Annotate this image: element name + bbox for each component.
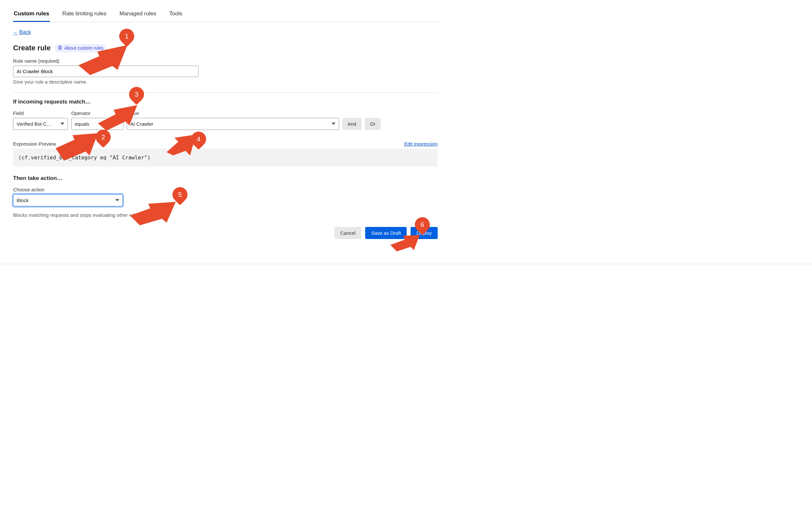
chevron-down-icon — [115, 198, 119, 203]
save-draft-button[interactable]: Save as Draft — [365, 227, 407, 239]
edit-expression-link[interactable]: Edit expression — [404, 141, 438, 147]
page-title: Create rule — [13, 44, 51, 52]
rule-name-input[interactable] — [13, 66, 199, 77]
tab-tools[interactable]: Tools — [169, 8, 183, 22]
and-button[interactable]: And — [342, 118, 361, 130]
back-link[interactable]: ← Back — [13, 29, 31, 35]
rule-name-label: Rule name (required) — [13, 58, 438, 64]
action-select[interactable]: Block — [13, 194, 123, 206]
about-custom-rules-badge[interactable]: About custom rules — [55, 44, 107, 52]
book-icon — [58, 46, 62, 51]
arrow-left-icon: ← — [13, 30, 18, 35]
divider — [13, 92, 438, 93]
tab-custom-rules[interactable]: Custom rules — [13, 8, 50, 22]
tab-rate-limiting[interactable]: Rate limiting rules — [62, 8, 107, 22]
action-heading: Then take action… — [13, 175, 438, 182]
choose-action-label: Choose action — [13, 187, 438, 192]
about-badge-label: About custom rules — [64, 46, 104, 51]
chevron-down-icon — [116, 121, 120, 127]
tab-bar: Custom rules Rate limiting rules Managed… — [13, 8, 438, 22]
field-select-value: Verified Bot C… — [17, 121, 52, 127]
or-button[interactable]: Or — [365, 118, 381, 130]
expression-preview-code: (cf.verified_bot_category eq "AI Crawler… — [13, 149, 438, 167]
value-select[interactable]: AI Crawler — [127, 118, 339, 130]
page-bottom-divider — [0, 264, 812, 264]
tab-managed-rules[interactable]: Managed rules — [119, 8, 157, 22]
field-select[interactable]: Verified Bot C… — [13, 118, 68, 130]
action-hint: Blocks matching requests and stops evalu… — [13, 212, 438, 218]
cancel-button[interactable]: Cancel — [335, 227, 361, 239]
match-heading: If incoming requests match… — [13, 99, 438, 105]
operator-select[interactable]: equals — [71, 118, 123, 130]
back-label: Back — [19, 29, 31, 35]
operator-select-value: equals — [75, 121, 89, 127]
action-select-value: Block — [17, 198, 29, 203]
field-column-label: Field — [13, 110, 68, 116]
value-column-label: Value — [127, 110, 339, 116]
chevron-down-icon — [60, 121, 64, 127]
expression-preview-label: Expression Preview — [13, 141, 56, 147]
operator-column-label: Operator — [71, 110, 123, 116]
rule-name-hint: Give your rule a descriptive name. — [13, 79, 438, 85]
value-select-value: AI Crawler — [130, 121, 153, 127]
chevron-down-icon — [331, 121, 336, 127]
